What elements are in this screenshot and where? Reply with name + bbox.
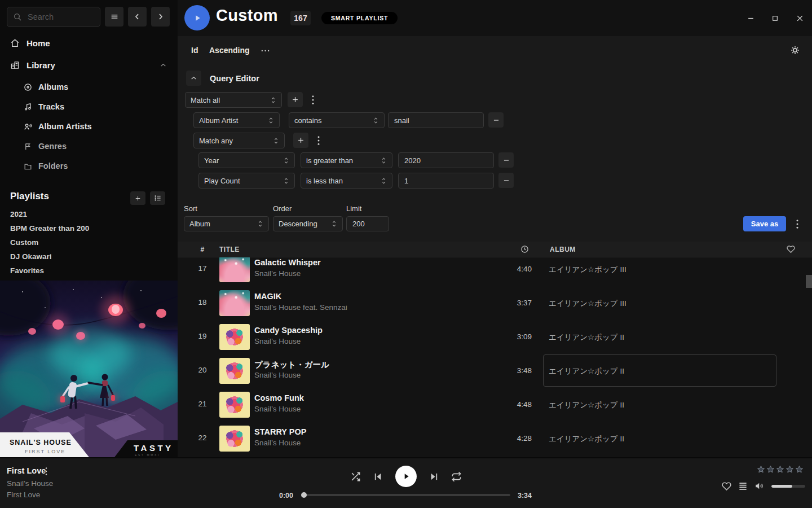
window-minimize-button[interactable]: [745, 13, 756, 23]
playlist-list-button[interactable]: [150, 191, 165, 205]
rule-value-input[interactable]: [398, 173, 494, 189]
track-number: 22: [191, 433, 214, 442]
rule-value-input[interactable]: [398, 152, 494, 168]
favorite-column-heart-icon[interactable]: [787, 245, 795, 253]
query-menu-icon[interactable]: [792, 216, 802, 231]
rule-group-menu-icon[interactable]: [308, 92, 318, 107]
hamburger-icon: [110, 12, 119, 21]
now-playing-album-art[interactable]: SNAIL'S HOUSE FIRST LOVE TASTY EST MMXI: [0, 281, 178, 457]
remove-rule-button[interactable]: [498, 152, 514, 168]
window-maximize-button[interactable]: [770, 13, 780, 23]
app-menu-button[interactable]: [105, 7, 123, 27]
order-select[interactable]: Descending: [273, 216, 343, 231]
seek-knob[interactable]: [301, 492, 307, 498]
seek-bar[interactable]: [302, 494, 510, 496]
rating-star-icon[interactable]: [766, 465, 775, 474]
sidebar-item-genres[interactable]: Genres: [0, 139, 178, 154]
track-row[interactable]: 20プラネット・ガールSnail’s House3:48エイリアン☆ポップ II: [178, 354, 812, 388]
search-input[interactable]: [27, 12, 94, 22]
save-as-button[interactable]: Save as: [743, 216, 786, 231]
rule-operator-select[interactable]: is less than: [301, 173, 392, 189]
remove-rule-button[interactable]: [498, 173, 514, 188]
shuffle-icon[interactable]: [350, 471, 361, 482]
sort-field-button[interactable]: Id: [191, 46, 198, 55]
sidebar-item-album-artists[interactable]: Album Artists: [0, 119, 178, 134]
column-header-index[interactable]: #: [191, 246, 214, 253]
rule-operator-select[interactable]: contains: [289, 112, 385, 128]
track-artist: Snail’s House: [254, 405, 301, 413]
duration-clock-icon[interactable]: [520, 245, 529, 253]
rating-star-icon[interactable]: [785, 465, 794, 474]
playlist-item[interactable]: DJ Okawari: [10, 252, 89, 262]
rule-group-menu-icon[interactable]: [314, 133, 324, 148]
rule-operator-select[interactable]: is greater than: [301, 152, 392, 168]
group-match-select[interactable]: Match any: [193, 133, 285, 148]
sidebar-item-folders[interactable]: Folders: [0, 159, 178, 173]
play-playlist-button[interactable]: [184, 5, 210, 30]
scrollbar-thumb[interactable]: [806, 275, 812, 288]
add-playlist-button[interactable]: [130, 191, 145, 205]
sidebar-item-albums[interactable]: Albums: [0, 80, 178, 94]
now-playing-artist[interactable]: Snail’s House: [7, 479, 53, 488]
track-row[interactable]: 18MAGIKSnail’s House feat. Sennzai3:37エイ…: [178, 286, 812, 320]
skip-next-icon[interactable]: [429, 472, 439, 481]
favorite-heart-icon[interactable]: [722, 481, 731, 491]
more-options-icon[interactable]: [261, 48, 270, 54]
folders-icon: [24, 162, 33, 170]
playlist-item[interactable]: Favorites: [10, 266, 89, 276]
updown-chevrons-icon: [373, 116, 379, 125]
search-icon: [13, 12, 22, 21]
track-row[interactable]: 22STARRY POPSnail’s House4:28エイリアン☆ポップ I…: [178, 422, 812, 456]
rating-star-icon[interactable]: [757, 465, 765, 474]
rule-field-select[interactable]: Year: [198, 152, 295, 168]
order-label: Order: [273, 204, 292, 213]
window-close-button[interactable]: [795, 13, 805, 23]
volume-slider[interactable]: [771, 485, 805, 488]
navigate-back-button[interactable]: [128, 7, 147, 27]
query-editor-collapse-button[interactable]: [186, 71, 201, 86]
sidebar-item-library[interactable]: Library: [0, 57, 178, 73]
root-match-select[interactable]: Match all: [185, 92, 282, 108]
add-rule-button[interactable]: [288, 92, 303, 107]
sort-order-button[interactable]: Ascending: [209, 46, 250, 55]
column-header-album[interactable]: ALBUM: [550, 246, 576, 253]
playlist-item[interactable]: 2021: [10, 209, 89, 220]
track-artist: Snail’s House: [254, 439, 301, 447]
limit-input[interactable]: [346, 216, 389, 231]
rating-star-icon[interactable]: [776, 465, 784, 474]
column-header-title[interactable]: TITLE: [219, 246, 240, 253]
album-art-artist: SNAIL'S HOUSE: [10, 439, 72, 446]
chevron-up-icon[interactable]: [160, 62, 167, 69]
select-value: Match all: [191, 96, 220, 104]
rule-value-input[interactable]: [388, 112, 484, 128]
remove-rule-button[interactable]: [488, 112, 504, 128]
now-playing-title[interactable]: First Love: [7, 466, 46, 475]
track-row[interactable]: 21Cosmo FunkSnail’s House4:48エイリアン☆ポップ I…: [178, 388, 812, 422]
sidebar-item-label: Album Artists: [38, 122, 92, 131]
playlist-item[interactable]: BPM Greater than 200: [10, 224, 89, 234]
minus-icon: [502, 177, 510, 185]
volume-speaker-icon[interactable]: [754, 481, 765, 491]
settings-gear-icon[interactable]: [790, 45, 800, 55]
play-pause-button[interactable]: [395, 466, 417, 487]
add-rule-button[interactable]: [293, 133, 308, 148]
sidebar-item-home[interactable]: Home: [0, 35, 178, 51]
rule-field-select[interactable]: Album Artist: [193, 112, 280, 128]
now-playing-menu-icon[interactable]: [45, 467, 47, 475]
repeat-icon[interactable]: [451, 471, 462, 482]
track-number: 18: [191, 298, 214, 306]
skip-previous-icon[interactable]: [373, 472, 383, 481]
rule-field-select[interactable]: Play Count: [198, 173, 295, 189]
list-toolbar: Id Ascending: [178, 36, 812, 65]
playlist-item[interactable]: Custom: [10, 238, 89, 248]
now-playing-album[interactable]: First Love: [7, 491, 40, 499]
track-row[interactable]: 17Galactic WhisperSnail’s House4:40エイリアン…: [178, 252, 812, 286]
track-row[interactable]: 19Candy SpaceshipSnail’s House3:09エイリアン☆…: [178, 320, 812, 354]
rating-star-icon[interactable]: [795, 465, 804, 474]
navigate-forward-button[interactable]: [151, 7, 170, 27]
search-box[interactable]: [7, 7, 100, 27]
sort-select[interactable]: Album: [184, 216, 269, 231]
queue-icon[interactable]: [738, 482, 748, 491]
track-table-header: # TITLE ALBUM: [178, 242, 812, 257]
sidebar-item-tracks[interactable]: Tracks: [0, 99, 178, 114]
